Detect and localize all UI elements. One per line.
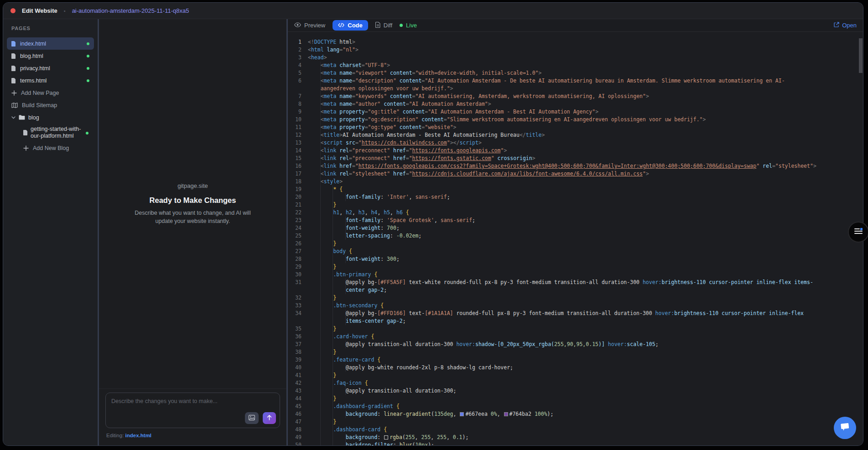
code-line[interactable]: 3<head> bbox=[288, 54, 863, 62]
code-line[interactable]: 41} bbox=[288, 372, 863, 379]
code-line[interactable]: 34@apply bg-[#FFD166] text-[#1A1A1A] rou… bbox=[288, 310, 863, 325]
code-line[interactable]: 40@apply bg-white rounded-2xl p-8 shadow… bbox=[288, 364, 863, 372]
blog-folder-toggle[interactable]: blog bbox=[7, 111, 94, 124]
file-icon bbox=[11, 78, 16, 83]
code-line[interactable]: 44} bbox=[288, 395, 863, 403]
code-line[interactable]: 50backdrop-filter: blur(10px); bbox=[288, 441, 863, 445]
code-line[interactable]: 5<meta name="viewport" content="width=de… bbox=[288, 69, 863, 77]
changelog-widget-button[interactable] bbox=[848, 222, 868, 243]
code-line-text: font-weight: 300; bbox=[308, 255, 817, 263]
chat-widget-button[interactable] bbox=[834, 417, 856, 439]
code-line[interactable]: 21} bbox=[288, 201, 863, 209]
code-line[interactable]: 6<meta name="description" content="AI Au… bbox=[288, 77, 863, 93]
code-line[interactable]: 27body { bbox=[288, 248, 863, 255]
code-line[interactable]: 39.feature-card { bbox=[288, 356, 863, 364]
code-line-text: <link rel="stylesheet" href="https://cdn… bbox=[308, 170, 817, 178]
code-line[interactable]: 17<link rel="stylesheet" href="https://c… bbox=[288, 170, 863, 178]
code-line[interactable]: 13<script src="https://cdn.tailwindcss.c… bbox=[288, 139, 863, 147]
empty-state-description: Describe what you want to change, and AI… bbox=[132, 209, 254, 225]
chat-preview-panel: gitpage.site Ready to Make Changes Descr… bbox=[99, 19, 286, 445]
code-line[interactable]: 38} bbox=[288, 348, 863, 356]
code-line[interactable]: 32} bbox=[288, 294, 863, 302]
open-site-link[interactable]: Open bbox=[834, 22, 857, 29]
code-line[interactable]: 37@apply transition-all duration-300 hov… bbox=[288, 341, 863, 348]
code-line[interactable]: 1<!DOCTYPE html> bbox=[288, 38, 863, 46]
code-line[interactable]: 43@apply transition-all duration-300; bbox=[288, 387, 863, 395]
line-number: 26 bbox=[288, 240, 301, 248]
code-line-text: } bbox=[308, 263, 817, 271]
code-line[interactable]: 16<link href="https://fonts.googleapis.c… bbox=[288, 162, 863, 170]
code-line-text: font-weight: 700; bbox=[308, 224, 817, 232]
code-line[interactable]: 7<meta name="keywords" content="AI autom… bbox=[288, 93, 863, 100]
code-line-text: @apply bg-[#FF5A5F] text-white rounded-f… bbox=[308, 279, 817, 294]
sidebar-item-terms-html[interactable]: terms.html bbox=[7, 74, 94, 87]
image-icon bbox=[249, 415, 255, 422]
code-line[interactable]: 18<style> bbox=[288, 178, 863, 186]
code-line[interactable]: 28font-weight: 300; bbox=[288, 255, 863, 263]
sidebar-item-privacy-html[interactable]: privacy.html bbox=[7, 62, 94, 74]
line-number: 33 bbox=[288, 302, 301, 310]
breadcrumb-project-name[interactable]: ai-automation-amsterdam-2025-11-11-q8xa5 bbox=[72, 7, 189, 14]
line-number: 28 bbox=[288, 255, 301, 263]
code-line[interactable]: 9<meta property="og:title" content="AI A… bbox=[288, 108, 863, 116]
code-line[interactable]: 11<meta property="og:type" content="webs… bbox=[288, 124, 863, 131]
code-line[interactable]: 19* { bbox=[288, 186, 863, 193]
code-line-text: h1, h2, h3, h4, h5, h6 { bbox=[308, 209, 817, 217]
page-title: Edit Website bbox=[22, 7, 57, 14]
code-line[interactable]: 30.btn-primary { bbox=[288, 271, 863, 279]
code-line[interactable]: 36.card-hover { bbox=[288, 333, 863, 341]
change-request-box bbox=[105, 393, 280, 428]
add-new-blog-button[interactable]: Add New Blog bbox=[7, 142, 94, 154]
code-line[interactable]: 46background: linear-gradient(135deg, #6… bbox=[288, 410, 863, 418]
status-dot bbox=[87, 79, 89, 82]
eye-icon bbox=[294, 22, 301, 29]
code-line[interactable]: 42.faq-icon { bbox=[288, 379, 863, 387]
code-line[interactable]: 25letter-spacing: -0.02em; bbox=[288, 232, 863, 240]
line-number: 8 bbox=[288, 100, 301, 108]
sidebar-item-blog-html[interactable]: blog.html bbox=[7, 50, 94, 62]
code-line[interactable]: 49background: rgba(255, 255, 255, 0.1); bbox=[288, 434, 863, 441]
add-new-page-button[interactable]: Add New Page bbox=[7, 87, 94, 99]
code-line[interactable]: 15<link rel="preconnect" href="https://f… bbox=[288, 155, 863, 162]
code-line[interactable]: 8<meta name="author" content="AI Automat… bbox=[288, 100, 863, 108]
code-line[interactable]: 22h1, h2, h3, h4, h5, h6 { bbox=[288, 209, 863, 217]
code-line[interactable]: 33.btn-secondary { bbox=[288, 302, 863, 310]
page-file-label: blog.html bbox=[20, 53, 43, 59]
send-button[interactable] bbox=[263, 412, 276, 424]
code-icon bbox=[338, 22, 344, 29]
code-line[interactable]: 20font-family: 'Inter', sans-serif; bbox=[288, 193, 863, 201]
tab-preview[interactable]: Preview bbox=[294, 22, 325, 29]
tab-code[interactable]: Code bbox=[333, 20, 368, 31]
tab-diff[interactable]: Diff bbox=[375, 22, 392, 29]
code-line[interactable]: 12<title>AI Automation Amsterdam - Beste… bbox=[288, 131, 863, 139]
code-scrollbar-thumb[interactable] bbox=[859, 38, 863, 73]
code-line[interactable]: 26} bbox=[288, 240, 863, 248]
code-line[interactable]: 29} bbox=[288, 263, 863, 271]
titlebar: Edit Website • ai-automation-amsterdam-2… bbox=[3, 3, 863, 19]
attach-image-button[interactable] bbox=[245, 412, 259, 424]
line-number: 29 bbox=[288, 263, 301, 271]
code-line[interactable]: 45.dashboard-gradient { bbox=[288, 403, 863, 410]
editing-file-link[interactable]: index.html bbox=[125, 433, 152, 438]
code-line-text: .card-hover { bbox=[308, 333, 817, 341]
line-number: 46 bbox=[288, 410, 301, 418]
tab-code-label: Code bbox=[348, 22, 363, 29]
line-number: 13 bbox=[288, 139, 301, 147]
code-line[interactable]: 14<link rel="preconnect" href="https://f… bbox=[288, 147, 863, 155]
sidebar-item-blog-post[interactable]: getting-started-with-our-platform.html bbox=[7, 124, 94, 142]
code-line-text: } bbox=[308, 325, 817, 333]
code-line[interactable]: 10<meta property="og:description" conten… bbox=[288, 116, 863, 124]
sidebar-item-index-html[interactable]: index.html bbox=[7, 37, 94, 50]
build-sitemap-button[interactable]: Build Sitemap bbox=[7, 99, 94, 111]
code-line[interactable]: 23font-family: 'Space Grotesk', sans-ser… bbox=[288, 217, 863, 224]
code-line[interactable]: 4<meta charset="UTF-8"> bbox=[288, 62, 863, 69]
code-line[interactable]: 35} bbox=[288, 325, 863, 333]
code-line[interactable]: 2<html lang="nl"> bbox=[288, 46, 863, 54]
code-line[interactable]: 48.dashboard-card { bbox=[288, 426, 863, 434]
code-editor[interactable]: 1<!DOCTYPE html>2<html lang="nl">3<head>… bbox=[288, 32, 863, 445]
code-line-text: .btn-secondary { bbox=[308, 302, 817, 310]
code-line[interactable]: 47} bbox=[288, 418, 863, 426]
code-line[interactable]: 31@apply bg-[#FF5A5F] text-white rounded… bbox=[288, 279, 863, 294]
blog-post-label: getting-started-with-our-platform.html bbox=[23, 126, 82, 140]
code-line[interactable]: 24font-weight: 700; bbox=[288, 224, 863, 232]
